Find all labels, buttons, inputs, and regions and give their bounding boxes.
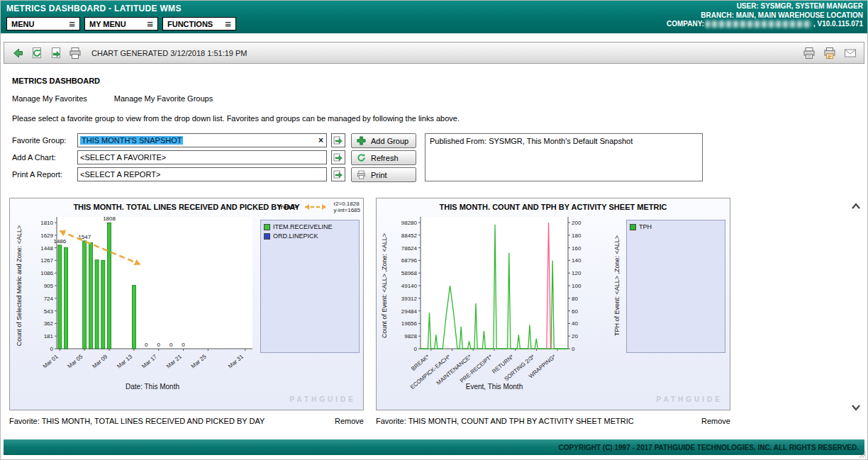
svg-text:Mar 05: Mar 05: [67, 353, 84, 369]
hamburger-icon: ≡: [69, 21, 75, 28]
svg-text:1810: 1810: [40, 220, 53, 226]
email-icon[interactable]: [844, 47, 857, 60]
chevron-down-icon: [851, 404, 861, 411]
back-icon[interactable]: [11, 47, 24, 60]
user-line: USER: SYSMGR, SYSTEM MANAGER: [667, 2, 863, 11]
hamburger-icon: ≡: [147, 21, 153, 28]
remove-right-link[interactable]: Remove: [701, 417, 730, 425]
refresh-icon: [357, 153, 366, 162]
svg-text:200: 200: [572, 220, 582, 226]
lookup-icon: [333, 169, 343, 179]
resize-grip[interactable]: [857, 449, 867, 459]
remove-left-link[interactable]: Remove: [335, 417, 364, 425]
svg-text:905: 905: [44, 283, 54, 289]
svg-text:88452: 88452: [401, 232, 418, 239]
add-chart-select[interactable]: <SELECT A FAVORITE>: [77, 150, 327, 164]
svg-text:1267: 1267: [40, 257, 53, 264]
functions-button[interactable]: FUNCTIONS ≡: [162, 17, 236, 30]
watermark: PATHGUIDE: [657, 396, 723, 403]
toolbar-left-icons: [11, 47, 82, 60]
svg-text:Mar 17: Mar 17: [140, 353, 158, 369]
watermark: PATHGUIDE: [290, 396, 356, 403]
export-chart-icon[interactable]: [50, 47, 62, 60]
published-from-box: Published From: SYSMGR, This Month's Def…: [425, 133, 703, 181]
svg-text:78624: 78624: [401, 245, 418, 252]
svg-text:58968: 58968: [401, 270, 418, 276]
charts-row: THIS MONTH. TOTAL LINES RECEIVED AND PIC…: [9, 198, 864, 410]
print-report-value: <SELECT A REPORT>: [80, 170, 160, 179]
print-preview-icon[interactable]: [823, 47, 836, 60]
svg-text:19656: 19656: [401, 320, 418, 327]
session-info: USER: SYSMGR, SYSTEM MANAGER BRANCH: MAI…: [667, 2, 863, 29]
svg-text:362: 362: [44, 320, 54, 327]
scroll-up-button[interactable]: [850, 201, 862, 212]
legend-item: ITEM.RECEIVELINE: [264, 223, 356, 230]
svg-text:0: 0: [169, 342, 173, 348]
svg-text:ECOMPICK-EACH*: ECOMPICK-EACH*: [409, 354, 452, 391]
content-area: METRICS DASHBOARD Manage My Favorites Ma…: [4, 67, 864, 437]
svg-text:98280: 98280: [401, 220, 418, 226]
print-icon[interactable]: [803, 47, 816, 60]
svg-text:39312: 39312: [401, 296, 418, 302]
branch-line: BRANCH: MAIN, MAIN WAREHOUSE LOCATION: [667, 11, 863, 21]
print-report-select[interactable]: <SELECT A REPORT>: [77, 167, 327, 181]
menu-button[interactable]: MENU ≡: [6, 17, 80, 30]
legend-item: TPH: [630, 223, 722, 230]
add-chart-label: Add A Chart:: [12, 150, 73, 164]
printer-icon: [357, 170, 366, 179]
favorite-group-value: THIS MONTH'S SNAPSHOT: [80, 136, 183, 145]
trend-arrow-icon: [300, 203, 331, 211]
chart-legend: ITEM.RECEIVELINEORD.LINEPICK: [260, 220, 360, 353]
svg-text:100: 100: [572, 283, 582, 289]
scroll-down-button[interactable]: [850, 402, 862, 413]
svg-text:120: 120: [572, 270, 582, 276]
svg-text:0: 0: [572, 346, 575, 352]
svg-text:BREAK*: BREAK*: [410, 354, 430, 372]
clear-icon[interactable]: ×: [318, 135, 323, 145]
svg-text:1486: 1486: [53, 238, 66, 245]
svg-text:1448: 1448: [40, 245, 53, 252]
svg-text:Mar 13: Mar 13: [116, 353, 133, 369]
menu-bar: MENU ≡ MY MENU ≡ FUNCTIONS ≡: [6, 17, 236, 30]
favorite-group-label: Favorite Group:: [12, 133, 73, 147]
svg-text:68796: 68796: [401, 257, 418, 264]
svg-text:Event, This Month: Event, This Month: [466, 383, 523, 391]
title-bar: METRICS DASHBOARD - LATITUDE WMS USER: S…: [1, 1, 867, 33]
svg-text:Mar 01: Mar 01: [42, 353, 60, 369]
add-chart-lookup-button[interactable]: [331, 150, 345, 164]
vertical-scrollbar[interactable]: [850, 201, 862, 413]
svg-text:0: 0: [145, 342, 148, 348]
lookup-icon: [333, 152, 343, 162]
dashboard-title: METRICS DASHBOARD: [12, 77, 864, 85]
print-report-label: Print A Report:: [12, 167, 73, 181]
svg-text:9828: 9828: [404, 333, 417, 340]
refresh-button[interactable]: Refresh: [351, 150, 416, 165]
svg-text:180: 180: [572, 232, 582, 239]
add-group-icon: [357, 136, 366, 145]
print-chart-icon[interactable]: [69, 47, 82, 60]
refresh-chart-icon[interactable]: [30, 47, 43, 60]
svg-text:Count of Event: <ALL> ,Zone: <: Count of Event: <ALL> ,Zone: <ALL>: [381, 233, 388, 338]
favorite-group-lookup-button[interactable]: [331, 133, 345, 147]
add-chart-value: <SELECT A FAVORITE>: [80, 153, 166, 162]
svg-text:Mar 09: Mar 09: [91, 353, 108, 369]
manage-favorites-link[interactable]: Manage My Favorites: [12, 94, 87, 103]
chevron-up-icon: [851, 203, 861, 210]
page-title: METRICS DASHBOARD - LATITUDE WMS: [6, 4, 182, 13]
my-menu-button[interactable]: MY MENU ≡: [84, 17, 158, 30]
print-button[interactable]: Print: [351, 167, 416, 182]
favorite-caption-left: Favorite: THIS MONTH, TOTAL LINES RECEIV…: [9, 417, 364, 425]
svg-text:Date: This Month: Date: This Month: [126, 383, 179, 391]
add-group-button[interactable]: Add Group: [351, 133, 416, 148]
favorite-group-input[interactable]: THIS MONTH'S SNAPSHOT ×: [77, 133, 327, 147]
svg-text:140: 140: [572, 257, 582, 264]
manage-favorite-groups-link[interactable]: Manage My Favorite Groups: [114, 94, 213, 103]
svg-text:49140: 49140: [401, 283, 418, 289]
svg-text:Count of Selected Metric and Z: Count of Selected Metric and Zone: <ALL>: [16, 225, 23, 347]
print-report-lookup-button[interactable]: [331, 167, 345, 181]
trend-label: Trend=: [277, 203, 299, 211]
hamburger-icon: ≡: [225, 21, 231, 28]
toolbar: CHART GENERATED 3/12/2018 1:51:19 PM: [4, 42, 864, 64]
selection-form: Favorite Group: THIS MONTH'S SNAPSHOT × …: [12, 133, 864, 189]
chart-title: THIS MONTH. COUNT AND TPH BY ACTIVITY SH…: [377, 198, 730, 211]
